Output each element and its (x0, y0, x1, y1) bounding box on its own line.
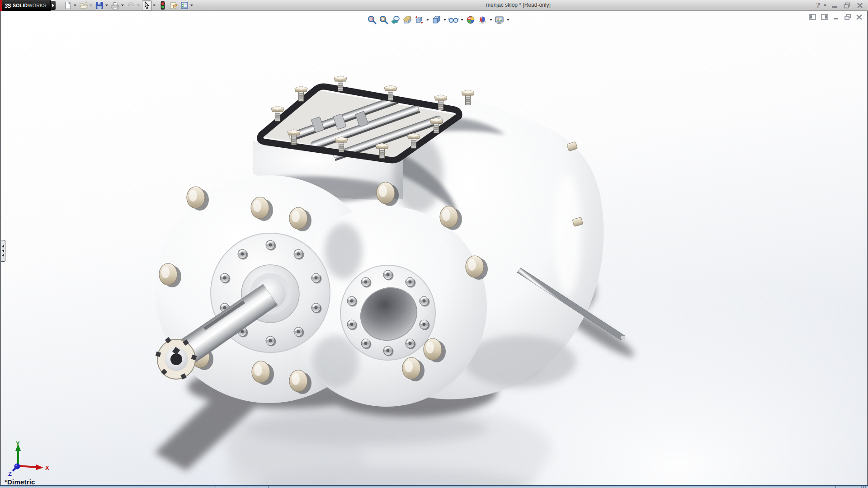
eyeglasses-icon (448, 15, 459, 25)
solidworks-logo: 3S SOLIDWORKS (0, 0, 51, 11)
display-style-icon (431, 15, 441, 25)
apply-scene-dropdown[interactable] (490, 19, 492, 21)
zoom-to-fit-icon (367, 15, 377, 25)
titlebar: 3S SOLIDWORKS (0, 0, 868, 11)
rebuild-button[interactable] (158, 0, 168, 10)
collapse-arrow-icon (2, 245, 4, 248)
standard-toolbar (62, 0, 195, 11)
zoom-to-area-button[interactable] (378, 14, 390, 26)
file-properties-icon (169, 1, 178, 9)
appearance-ball-icon (466, 15, 476, 25)
status-divider (268, 486, 269, 488)
close-button[interactable] (855, 1, 864, 9)
new-document-button[interactable] (63, 0, 73, 10)
options-dropdown[interactable] (190, 5, 193, 6)
undo-button[interactable] (126, 0, 136, 10)
view-settings-dropdown[interactable] (507, 19, 509, 21)
file-properties-button[interactable] (169, 0, 179, 10)
section-view-icon (402, 15, 412, 25)
options-checklist-icon (180, 1, 189, 9)
status-divider (191, 486, 191, 488)
collapse-arrow-icon (2, 254, 4, 257)
new-document-dropdown[interactable] (74, 5, 76, 6)
section-view-button[interactable] (401, 14, 413, 26)
hide-show-items-dropdown[interactable] (461, 19, 463, 21)
status-divider (835, 486, 836, 488)
document-window-controls (808, 14, 863, 20)
right-bearing-flange (340, 265, 435, 360)
save-button[interactable] (94, 0, 104, 10)
traffic-light-icon (160, 1, 165, 10)
menu-flyout-arrow-icon[interactable] (51, 1, 56, 10)
undo-dropdown[interactable] (137, 5, 140, 6)
display-style-button[interactable] (430, 14, 442, 26)
view-settings-button[interactable] (494, 14, 505, 26)
previous-view-button[interactable] (390, 14, 401, 26)
new-document-icon (64, 1, 72, 9)
help-dropdown[interactable] (824, 5, 826, 6)
open-dropdown[interactable] (90, 5, 92, 6)
view-orientation-dropdown[interactable] (426, 19, 429, 21)
previous-view-icon (391, 15, 401, 25)
edit-appearance-button[interactable] (465, 14, 476, 26)
select-cursor-icon (143, 1, 151, 9)
open-folder-icon (79, 1, 88, 9)
collapse-left-pane-button[interactable] (808, 14, 816, 20)
resize-grip[interactable] (861, 486, 867, 488)
status-bar (0, 485, 868, 488)
doc-minimize-button[interactable] (833, 14, 840, 20)
logo-red-accent (0, 0, 2, 11)
restore-button[interactable] (843, 1, 852, 9)
solidworks-wordmark: SOLIDWORKS (13, 3, 47, 8)
hide-show-items-button[interactable] (448, 14, 459, 26)
save-dropdown[interactable] (105, 5, 108, 6)
select-dropdown[interactable] (153, 5, 156, 6)
collapse-right-pane-button[interactable] (821, 14, 829, 20)
undo-icon (127, 1, 136, 9)
print-button[interactable] (110, 0, 120, 10)
save-floppy-icon (95, 1, 104, 9)
apply-scene-button[interactable] (476, 14, 488, 26)
apply-scene-icon (477, 15, 487, 25)
view-orientation-label: *Dimetric (5, 478, 35, 486)
zoom-to-area-icon (379, 15, 389, 25)
titlebar-window-controls: ? (816, 0, 864, 11)
open-button[interactable] (79, 0, 89, 10)
graphics-viewport[interactable]: Y X Z (0, 11, 868, 485)
help-button[interactable]: ? (816, 1, 820, 9)
triad-x-label: X (45, 465, 49, 471)
triad-y-label: Y (16, 440, 20, 447)
view-orientation-icon (414, 15, 424, 25)
doc-close-button[interactable] (856, 14, 863, 20)
feature-panel-collapsed-tab[interactable] (1, 240, 5, 262)
select-button[interactable] (142, 0, 152, 10)
zoom-to-fit-button[interactable] (366, 14, 378, 26)
display-style-dropdown[interactable] (443, 19, 446, 21)
collapse-arrow-icon (2, 249, 4, 252)
view-settings-icon (494, 15, 505, 25)
3ds-logo-mark: 3S (5, 2, 11, 9)
triad-z-label: Z (8, 470, 12, 476)
window-title: menjac sklop * [Read-only] (486, 2, 551, 8)
print-dropdown[interactable] (121, 5, 124, 6)
heads-up-view-toolbar (366, 14, 511, 26)
reference-triad: Y X Z (5, 440, 54, 476)
status-divider (216, 486, 216, 488)
minimize-button[interactable] (830, 1, 839, 9)
doc-restore-button[interactable] (844, 14, 852, 20)
view-orientation-button[interactable] (413, 14, 425, 26)
options-button[interactable] (179, 0, 189, 10)
print-icon (111, 1, 120, 9)
gearbox-model[interactable] (1, 11, 867, 485)
